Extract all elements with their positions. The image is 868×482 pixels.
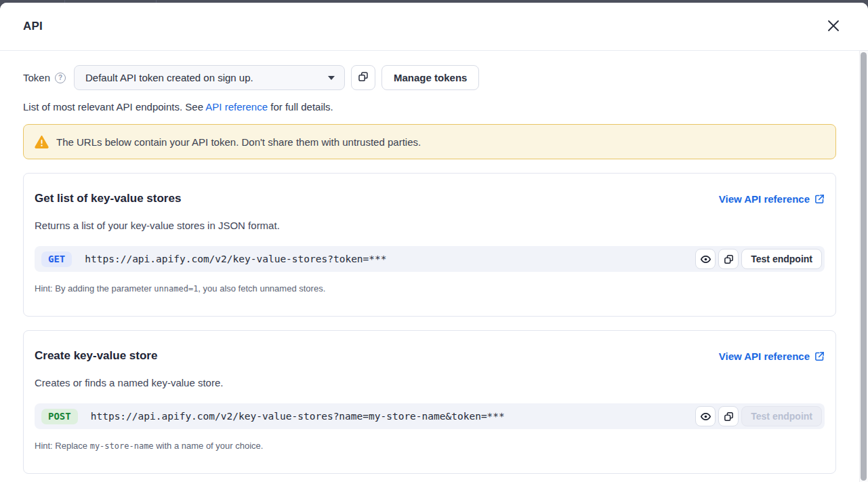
- endpoint-hint: Hint: By adding the parameter unnamed=1,…: [35, 283, 825, 294]
- view-api-reference-label: View API reference: [719, 193, 810, 205]
- endpoint-title: Get list of key-value stores: [35, 192, 181, 205]
- endpoint-url: https://api.apify.com/v2/key-value-store…: [85, 254, 695, 264]
- url-actions: Test endpoint: [695, 406, 822, 426]
- reveal-token-button[interactable]: [695, 249, 716, 269]
- intro-before: List of most relevant API endpoints. See: [23, 101, 205, 113]
- copy-url-button[interactable]: [718, 406, 739, 426]
- copy-token-button[interactable]: [351, 65, 375, 90]
- token-row: Token ? Default API token created on sig…: [23, 65, 836, 90]
- endpoint-url: https://api.apify.com/v2/key-value-store…: [91, 411, 696, 422]
- copy-icon: [723, 254, 735, 265]
- token-label: Token: [23, 72, 50, 83]
- close-icon: [827, 20, 840, 34]
- api-modal: API Token ? Default API token created on…: [0, 3, 868, 482]
- method-badge: GET: [41, 252, 72, 267]
- close-button[interactable]: [826, 18, 841, 35]
- endpoint-url-bar: GET https://api.apify.com/v2/key-value-s…: [35, 246, 825, 272]
- view-api-reference-link[interactable]: View API reference: [719, 193, 825, 205]
- hint-prefix: Hint: Replace: [35, 441, 90, 451]
- scrollbar-track[interactable]: [859, 51, 868, 482]
- endpoint-description: Returns a list of your key-value stores …: [35, 220, 825, 231]
- hint-prefix: Hint: By adding the parameter: [35, 283, 154, 294]
- card-head: Create key-value store View API referenc…: [35, 349, 825, 363]
- hint-suffix: with a name of your choice.: [154, 441, 264, 451]
- view-api-reference-label: View API reference: [719, 350, 810, 362]
- copy-url-button[interactable]: [718, 249, 739, 269]
- scrollbar-thumb[interactable]: [861, 52, 867, 481]
- method-badge: POST: [41, 409, 78, 424]
- hint-code: unnamed=1: [154, 284, 198, 294]
- intro-text: List of most relevant API endpoints. See…: [23, 101, 836, 113]
- intro-after: for full details.: [268, 101, 333, 113]
- modal-body: Token ? Default API token created on sig…: [0, 51, 868, 482]
- copy-icon: [357, 71, 369, 85]
- warning-banner: The URLs below contain your API token. D…: [23, 124, 836, 159]
- endpoint-title: Create key-value store: [35, 349, 157, 363]
- warning-text: The URLs below contain your API token. D…: [56, 136, 421, 148]
- test-endpoint-button[interactable]: Test endpoint: [741, 406, 822, 426]
- endpoint-hint: Hint: Replace my-store-name with a name …: [35, 441, 825, 451]
- endpoint-description: Creates or finds a named key-value store…: [35, 377, 825, 388]
- api-reference-link[interactable]: API reference: [205, 101, 268, 113]
- hint-suffix: , you also fetch unnamed stores.: [198, 283, 325, 294]
- chevron-down-icon: [328, 76, 335, 80]
- endpoint-url-bar: POST https://api.apify.com/v2/key-value-…: [35, 403, 825, 429]
- card-head: Get list of key-value stores View API re…: [35, 192, 825, 205]
- token-select[interactable]: Default API token created on sign up.: [74, 65, 345, 90]
- warning-icon: [35, 136, 49, 148]
- test-endpoint-button[interactable]: Test endpoint: [741, 249, 822, 269]
- manage-tokens-button[interactable]: Manage tokens: [381, 65, 479, 90]
- endpoint-card-create-store: Create key-value store View API referenc…: [23, 330, 836, 474]
- modal-title: API: [23, 20, 43, 33]
- copy-icon: [723, 411, 735, 422]
- eye-icon: [700, 254, 711, 265]
- token-select-value: Default API token created on sign up.: [85, 72, 253, 83]
- view-api-reference-link[interactable]: View API reference: [719, 350, 825, 362]
- eye-icon: [700, 411, 711, 422]
- endpoint-card-get-list: Get list of key-value stores View API re…: [23, 173, 836, 317]
- external-link-icon: [814, 194, 825, 204]
- hint-code: my-store-name: [90, 441, 154, 451]
- reveal-token-button[interactable]: [695, 406, 716, 426]
- url-actions: Test endpoint: [695, 249, 822, 269]
- modal-header: API: [0, 3, 868, 51]
- help-icon[interactable]: ?: [55, 73, 66, 83]
- external-link-icon: [814, 351, 825, 361]
